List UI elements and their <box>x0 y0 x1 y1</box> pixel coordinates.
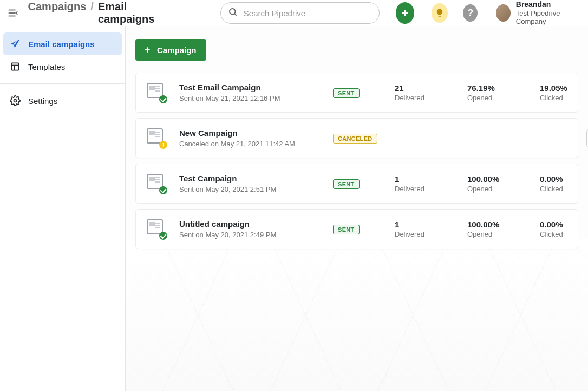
campaign-thumb <box>147 219 166 239</box>
user-name: Breandan <box>516 0 579 9</box>
svg-line-4 <box>234 14 236 15</box>
campaign-subtitle: Canceled on May 21, 2021 11:42 AM <box>179 140 320 148</box>
breadcrumb: Campaigns / Email campaigns <box>28 1 161 25</box>
campaign-thumb <box>147 128 166 148</box>
plus-icon <box>400 8 410 18</box>
campaign-title[interactable]: Untitled campaign <box>179 219 320 229</box>
campaign-list: Test Email Campaign Sent on May 21, 2021… <box>135 73 578 249</box>
menu-collapse-icon <box>7 7 19 19</box>
sidebar-item-settings[interactable]: Settings <box>3 89 122 112</box>
metric-label: Delivered <box>395 185 454 193</box>
sidebar-item-templates[interactable]: Templates <box>3 55 122 78</box>
sidebar-item-label: Email campaigns <box>28 40 95 49</box>
metric-opened: 100.00% Opened <box>467 220 527 238</box>
campaign-title[interactable]: New Campaign <box>179 128 320 138</box>
metric-opened: 76.19% Opened <box>467 83 527 102</box>
new-campaign-label: Campaign <box>157 45 197 55</box>
help-button[interactable]: ? <box>463 4 478 22</box>
campaign-thumb <box>147 83 166 102</box>
campaign-title[interactable]: Test Email Campaign <box>179 83 320 92</box>
template-icon <box>10 61 21 72</box>
metric-label: Delivered <box>395 230 454 238</box>
email-send-icon <box>10 38 21 49</box>
user-company: Test Pipedrive Company <box>516 9 579 26</box>
avatar <box>496 4 511 22</box>
lightbulb-icon <box>435 8 445 18</box>
search-input[interactable] <box>220 2 380 24</box>
metric-opened: 100.00% Opened <box>467 174 527 193</box>
svg-rect-7 <box>11 63 18 70</box>
quick-add-button[interactable] <box>396 2 414 24</box>
metric-value: 100.00% <box>467 220 527 229</box>
metric-value: 19.05% <box>540 83 588 93</box>
metric-value: 0.00% <box>540 220 588 229</box>
sidebar-item-label: Templates <box>28 62 65 71</box>
search-container <box>220 2 380 24</box>
metric-value: 21 <box>395 83 454 93</box>
campaign-title[interactable]: Test Campaign <box>179 174 320 183</box>
user-menu[interactable]: Breandan Test Pipedrive Company <box>496 0 579 26</box>
tips-button[interactable] <box>432 3 448 23</box>
campaign-row: Test Campaign Sent on May 20, 2021 2:51 … <box>135 164 578 204</box>
metric-delivered: 21 Delivered <box>395 83 454 102</box>
breadcrumb-parent[interactable]: Campaigns <box>28 1 87 13</box>
topbar: Campaigns / Email campaigns ? Breandan T… <box>0 0 588 26</box>
metric-value: 100.00% <box>467 174 527 184</box>
metric-label: Opened <box>467 230 527 238</box>
menu-toggle-button[interactable] <box>6 5 19 21</box>
campaign-subtitle: Sent on May 20, 2021 2:49 PM <box>179 231 320 239</box>
campaign-thumb <box>147 174 166 193</box>
metric-value: 76.19% <box>467 83 527 93</box>
metric-value: 1 <box>395 220 454 229</box>
status-badge: CANCELED <box>333 134 377 144</box>
campaign-subtitle: Sent on May 21, 2021 12:16 PM <box>179 94 320 102</box>
decorative-bg <box>126 239 588 391</box>
campaign-row: Untitled campaign Sent on May 20, 2021 2… <box>135 209 578 249</box>
metric-clicked: 0.00% Clicked <box>540 220 588 238</box>
status-badge: SENT <box>333 88 360 98</box>
metric-label: Clicked <box>540 230 588 238</box>
svg-point-10 <box>14 100 17 102</box>
sidebar: Email campaigns Templates Settings <box>0 26 126 391</box>
metric-label: Opened <box>467 94 527 102</box>
status-badge: SENT <box>333 179 360 189</box>
svg-point-3 <box>230 9 236 15</box>
new-campaign-button[interactable]: Campaign <box>135 39 206 61</box>
plus-icon <box>143 45 152 54</box>
sidebar-separator <box>0 83 125 84</box>
metric-value: 1 <box>395 174 454 184</box>
metric-delivered: 1 Delivered <box>395 174 454 193</box>
breadcrumb-current: Email campaigns <box>98 1 161 25</box>
warning-icon <box>159 141 167 149</box>
check-circle-icon <box>159 95 167 103</box>
metric-delivered: 1 Delivered <box>395 220 454 238</box>
metric-label: Clicked <box>540 185 588 193</box>
sidebar-item-label: Settings <box>28 96 57 106</box>
metric-clicked: 19.05% Clicked <box>540 83 588 102</box>
metric-label: Opened <box>467 185 527 193</box>
check-circle-icon <box>159 186 167 194</box>
metric-clicked: 0.00% Clicked <box>540 174 588 193</box>
sidebar-item-email-campaigns[interactable]: Email campaigns <box>3 32 122 55</box>
main-content: Campaign Test Email Campaign Sent on May… <box>126 26 588 391</box>
search-icon <box>228 7 238 19</box>
metric-label: Delivered <box>395 94 454 102</box>
breadcrumb-sep: / <box>90 1 94 13</box>
status-badge: SENT <box>333 225 360 234</box>
gear-icon <box>10 95 21 106</box>
metric-value: 0.00% <box>540 174 588 184</box>
campaign-row: Test Email Campaign Sent on May 21, 2021… <box>135 73 578 113</box>
check-circle-icon <box>159 232 167 240</box>
help-icon: ? <box>467 8 473 19</box>
campaign-row: New Campaign Canceled on May 21, 2021 11… <box>135 118 578 158</box>
metric-label: Clicked <box>540 94 588 102</box>
campaign-subtitle: Sent on May 20, 2021 2:51 PM <box>179 185 320 193</box>
